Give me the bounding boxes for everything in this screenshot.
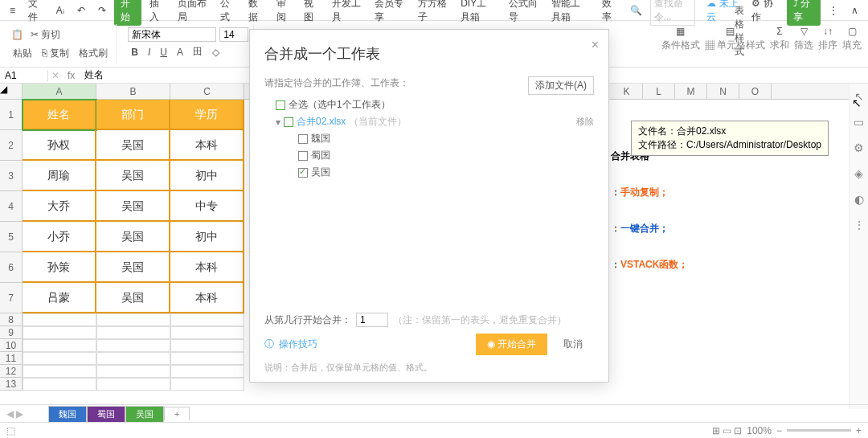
col-header-o[interactable]: O <box>739 84 772 100</box>
row-header[interactable]: 6 <box>0 252 23 283</box>
col-header-n[interactable]: N <box>707 84 739 100</box>
select-all-corner[interactable]: ◢ <box>0 84 23 99</box>
more-icon[interactable]: ⋮ <box>824 5 843 16</box>
painter-button[interactable]: 格式刷 <box>76 45 111 62</box>
col-header-m[interactable]: M <box>675 84 707 100</box>
side-diamond-icon[interactable]: ◈ <box>854 167 863 180</box>
font-color-button[interactable]: A <box>174 45 186 59</box>
cell[interactable]: 吴国 <box>96 191 170 222</box>
sheet-tab-1[interactable]: 魏国 <box>48 406 87 422</box>
cancel-button[interactable]: 取消 <box>552 334 594 355</box>
zoom-slider[interactable] <box>787 429 851 432</box>
cell[interactable] <box>23 326 96 339</box>
fx-icon[interactable]: fx <box>63 70 80 81</box>
cell[interactable] <box>96 326 170 339</box>
tab-data[interactable]: 数据 <box>244 0 268 24</box>
cell[interactable]: 吴国 <box>96 252 170 283</box>
cell[interactable]: 吴国 <box>96 283 170 313</box>
tab-insert[interactable]: 插入 <box>145 0 170 24</box>
cell[interactable]: 吴国 <box>96 130 170 161</box>
cell-header[interactable]: 姓名 <box>23 100 96 130</box>
cell[interactable]: 初中 <box>170 222 244 252</box>
tab-fx[interactable]: 公式向导 <box>504 0 543 24</box>
zoom-in-button[interactable]: + <box>856 425 862 436</box>
col-header-b[interactable]: B <box>96 84 170 99</box>
cell[interactable] <box>23 378 96 391</box>
tab-nav-icons[interactable]: ◀ ▶ <box>6 408 23 420</box>
tab-review[interactable]: 审阅 <box>272 0 297 24</box>
cell-header[interactable]: 学历 <box>170 100 244 130</box>
cut-button[interactable]: ✂ 剪切 <box>27 27 63 43</box>
expand-icon[interactable]: ∧ <box>846 5 863 16</box>
search-icon[interactable]: 🔍 <box>625 5 647 16</box>
cell-header[interactable]: 部门 <box>96 100 170 130</box>
cell[interactable]: 本科 <box>170 130 244 161</box>
sheet-checkbox[interactable] <box>298 168 308 178</box>
cell[interactable] <box>170 378 244 391</box>
cell[interactable] <box>96 313 170 326</box>
sum-icon[interactable]: Σ <box>772 24 787 39</box>
from-row-stepper[interactable] <box>356 313 388 327</box>
cell-fmt[interactable]: ▦ 单元格样式 <box>705 39 765 52</box>
col-header-a[interactable]: A <box>23 84 96 99</box>
grid-icon[interactable]: ▦ <box>674 24 688 39</box>
cell[interactable] <box>96 378 170 391</box>
coop-button[interactable]: ⚙ 协作 <box>747 0 780 24</box>
cell[interactable]: 吴国 <box>96 161 170 191</box>
cell[interactable]: 孙权 <box>23 130 96 161</box>
tab-view[interactable]: 视图 <box>299 0 324 24</box>
cell[interactable]: 中专 <box>170 191 244 222</box>
cell[interactable]: 吕蒙 <box>23 283 96 313</box>
underline-button[interactable]: U <box>157 45 170 59</box>
italic-button[interactable]: I <box>145 45 154 59</box>
bold-button[interactable]: B <box>128 45 141 59</box>
tab-formula[interactable]: 公式 <box>215 0 240 24</box>
sort-icon[interactable]: ↓↑ <box>821 24 835 39</box>
side-settings-icon[interactable]: ⚙ <box>854 141 864 154</box>
cell[interactable] <box>23 352 96 365</box>
tab-diy[interactable]: DIY工具箱 <box>456 0 501 24</box>
formula-value[interactable]: 姓名 <box>80 68 108 82</box>
cond-fmt[interactable]: 条件格式 <box>661 39 700 52</box>
tab-smart[interactable]: 智能工具箱 <box>547 0 594 24</box>
copy-button[interactable]: ⎘ 复制 <box>39 45 72 62</box>
col-header-c[interactable]: C <box>170 84 244 99</box>
status-icon[interactable]: ⬚ <box>6 425 15 436</box>
paste-icon[interactable]: 📋 <box>10 27 24 42</box>
row-header[interactable]: 3 <box>0 161 23 191</box>
tab-eff[interactable]: 效率 <box>597 0 622 24</box>
tab-dev[interactable]: 开发工具 <box>327 0 366 24</box>
tab-member[interactable]: 会员专享 <box>370 0 409 24</box>
side-select-icon[interactable]: ▭ <box>854 116 864 129</box>
tab-layout[interactable]: 页面布局 <box>173 0 212 24</box>
cell[interactable] <box>170 365 244 378</box>
font-size-combo[interactable] <box>219 27 248 42</box>
cell[interactable] <box>96 352 170 365</box>
remove-link[interactable]: 移除 <box>576 116 594 128</box>
search-input[interactable]: 查找命令... <box>650 0 696 26</box>
cell[interactable]: 吴国 <box>96 222 170 252</box>
close-icon[interactable]: × <box>592 38 599 52</box>
row-header[interactable]: 11 <box>0 352 23 365</box>
tab-solution[interactable]: 方方格子 <box>413 0 452 24</box>
cell[interactable]: 周瑜 <box>23 161 96 191</box>
font-name-combo[interactable] <box>128 27 216 42</box>
tips-link[interactable]: 操作技巧 <box>279 338 317 351</box>
row-header[interactable]: 7 <box>0 283 23 313</box>
cell[interactable] <box>96 339 170 352</box>
file-checkbox[interactable] <box>284 117 293 127</box>
file-menu[interactable]: 文件 <box>23 0 48 24</box>
cell[interactable] <box>96 365 170 378</box>
select-all-checkbox[interactable] <box>276 100 285 110</box>
cell[interactable]: 小乔 <box>23 222 96 252</box>
col-header-l[interactable]: L <box>643 84 675 100</box>
table-icon[interactable]: ▤ 表格样式 <box>727 24 742 39</box>
cell[interactable] <box>23 365 96 378</box>
row-header[interactable]: 1 <box>0 100 23 130</box>
cell[interactable] <box>23 339 96 352</box>
share-button[interactable]: ⤴ 分享 <box>787 0 821 26</box>
add-file-button[interactable]: 添加文件(A) <box>528 76 594 95</box>
name-box[interactable]: A1 <box>0 70 48 81</box>
fill-button[interactable]: ◇ <box>209 45 223 59</box>
cell[interactable] <box>170 339 244 352</box>
